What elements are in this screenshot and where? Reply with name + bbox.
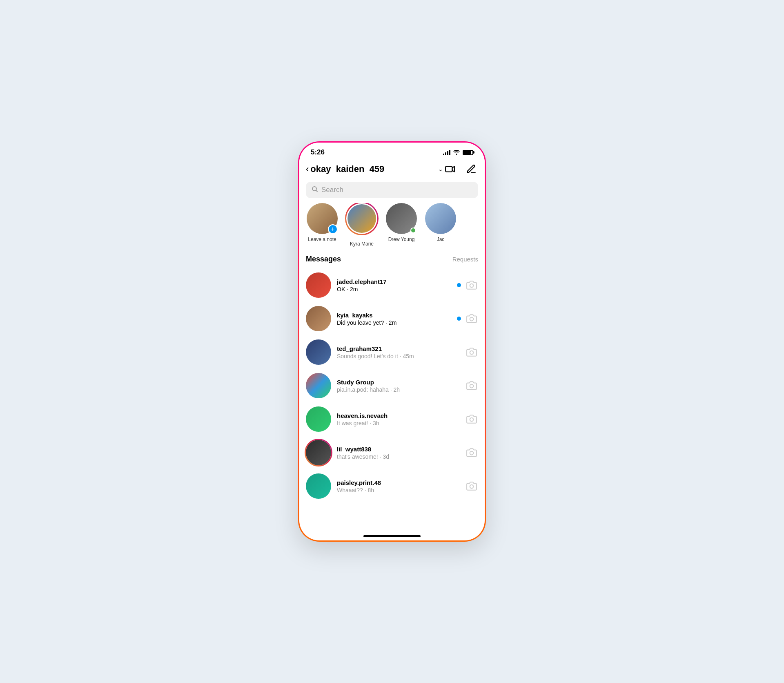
svg-point-8 xyxy=(470,485,474,489)
message-item[interactable]: heaven.is.nevaeh It was great! · 3h xyxy=(299,402,485,436)
message-username: jaded.elephant17 xyxy=(337,278,457,285)
status-time: 5:26 xyxy=(311,148,325,156)
avatar-wrap xyxy=(306,440,331,465)
message-preview: Whaaat?? · 8h xyxy=(337,487,465,493)
wifi-icon xyxy=(453,149,460,156)
message-preview: It was great! · 3h xyxy=(337,420,465,426)
message-preview: pia.in.a.pod: hahaha · 2h xyxy=(337,386,465,393)
camera-button[interactable] xyxy=(465,413,478,426)
online-indicator xyxy=(410,228,416,233)
avatar-wrap xyxy=(306,306,331,331)
message-right-actions xyxy=(465,446,478,459)
story-label-drew: Drew Young xyxy=(388,237,415,242)
message-content: lil_wyatt838 that's awesome! · 3d xyxy=(337,446,465,460)
own-story-item[interactable]: + Leave a note xyxy=(306,203,339,247)
requests-button[interactable]: Requests xyxy=(452,256,478,263)
story-item-kyra[interactable]: Why is tomorrow Monday!? 😩 Kyra Marie xyxy=(345,203,379,247)
unread-indicator xyxy=(457,317,461,321)
camera-button[interactable] xyxy=(465,346,478,359)
search-placeholder: Search xyxy=(321,186,343,194)
message-username: paisley.print.48 xyxy=(337,479,465,486)
svg-point-2 xyxy=(470,284,474,288)
message-item[interactable]: paisley.print.48 Whaaat?? · 8h xyxy=(299,469,485,503)
battery-icon xyxy=(463,150,473,155)
story-label-jac: Jac xyxy=(437,237,445,242)
message-item[interactable]: kyia_kayaks Did you leave yet? · 2m xyxy=(299,302,485,335)
svg-point-4 xyxy=(470,351,474,355)
message-right-actions xyxy=(457,312,478,325)
message-content: kyia_kayaks Did you leave yet? · 2m xyxy=(337,312,457,326)
message-item[interactable]: Study Group pia.in.a.pod: hahaha · 2h xyxy=(299,369,485,402)
avatar-wrap xyxy=(306,339,331,365)
camera-button[interactable] xyxy=(465,312,478,325)
message-item[interactable]: jaded.elephant17 OK · 2m xyxy=(299,268,485,302)
message-username: ted_graham321 xyxy=(337,345,465,352)
avatar-wrap xyxy=(306,473,331,499)
camera-button[interactable] xyxy=(465,480,478,493)
add-story-button[interactable]: + xyxy=(328,224,338,234)
own-story-label: Leave a note xyxy=(308,237,336,242)
camera-button[interactable] xyxy=(465,379,478,392)
status-bar: 5:26 xyxy=(299,143,485,159)
message-right-actions xyxy=(465,346,478,359)
messages-title: Messages xyxy=(306,255,341,263)
camera-button[interactable] xyxy=(465,279,478,292)
chevron-down-icon[interactable]: ⌄ xyxy=(438,166,443,172)
story-item-drew[interactable]: Finally landing in NYC! ❤️ Drew Young xyxy=(385,203,418,247)
svg-point-7 xyxy=(470,451,474,455)
message-content: ted_graham321 Sounds good! Let's do it ·… xyxy=(337,345,465,359)
message-username: heaven.is.nevaeh xyxy=(337,412,465,419)
header-action-icons xyxy=(443,162,478,176)
message-content: heaven.is.nevaeh It was great! · 3h xyxy=(337,412,465,426)
message-content: Study Group pia.in.a.pod: hahaha · 2h xyxy=(337,379,465,393)
messages-list: jaded.elephant17 OK · 2m xyxy=(299,268,485,532)
message-item[interactable]: ted_graham321 Sounds good! Let's do it ·… xyxy=(299,335,485,369)
avatar-wrap xyxy=(306,373,331,398)
message-username: lil_wyatt838 xyxy=(337,446,465,453)
message-username: kyia_kayaks xyxy=(337,312,457,319)
status-icons xyxy=(443,149,473,156)
story-label-kyra: Kyra Marie xyxy=(350,241,374,247)
message-content: paisley.print.48 Whaaat?? · 8h xyxy=(337,479,465,493)
home-indicator xyxy=(363,535,421,537)
message-right-actions xyxy=(457,279,478,292)
message-item[interactable]: lil_wyatt838 that's awesome! · 3d xyxy=(299,436,485,469)
phone-wrapper: 5:26 xyxy=(298,141,486,542)
header-username: okay_kaiden_459 xyxy=(310,164,437,174)
svg-point-5 xyxy=(470,384,474,388)
video-call-button[interactable] xyxy=(443,162,457,176)
messages-header: Messages Requests xyxy=(299,253,485,268)
svg-rect-0 xyxy=(445,167,452,172)
message-preview: that's awesome! · 3d xyxy=(337,453,465,460)
message-right-actions xyxy=(465,379,478,392)
message-content: jaded.elephant17 OK · 2m xyxy=(337,278,457,292)
header: ‹ okay_kaiden_459 ⌄ xyxy=(299,159,485,180)
unread-indicator xyxy=(457,283,461,287)
search-bar[interactable]: Search xyxy=(306,182,478,198)
svg-point-3 xyxy=(470,317,474,321)
phone-screen: 5:26 xyxy=(298,141,486,542)
camera-button[interactable] xyxy=(465,446,478,459)
message-preview: Did you leave yet? · 2m xyxy=(337,319,457,326)
back-button[interactable]: ‹ xyxy=(306,164,309,174)
svg-point-6 xyxy=(470,418,474,422)
story-item-jac[interactable]: Ga... Jac xyxy=(424,203,457,247)
avatar-wrap xyxy=(306,272,331,298)
message-right-actions xyxy=(465,413,478,426)
search-icon xyxy=(312,186,318,194)
stories-row: + Leave a note Why is tomorrow Monday!? … xyxy=(299,203,485,253)
avatar-wrap xyxy=(306,406,331,432)
signal-icon xyxy=(443,150,450,155)
message-preview: OK · 2m xyxy=(337,286,457,292)
message-username: Study Group xyxy=(337,379,465,386)
message-right-actions xyxy=(465,480,478,493)
message-preview: Sounds good! Let's do it · 45m xyxy=(337,353,465,359)
compose-button[interactable] xyxy=(464,162,478,176)
